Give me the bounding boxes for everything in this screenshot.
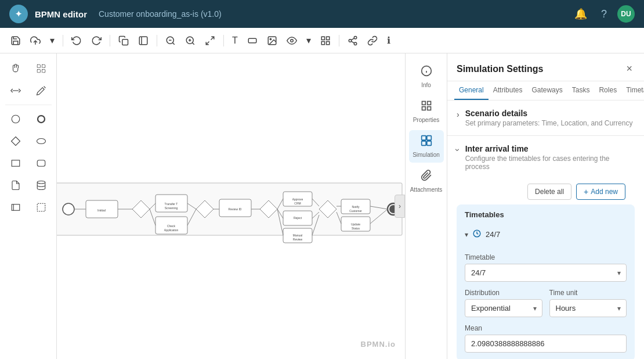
scenario-chevron-right: › bbox=[457, 110, 460, 119]
inter-arrival-section: › Inter arrival time Configure the timet… bbox=[447, 136, 644, 359]
svg-point-21 bbox=[354, 36, 357, 39]
sidebar-item-info[interactable]: Info bbox=[409, 60, 444, 93]
svg-text:Review ID: Review ID bbox=[229, 207, 242, 211]
scenario-subtitle: Set primary parameters: Time, Location, … bbox=[465, 119, 633, 127]
svg-point-44 bbox=[63, 203, 74, 215]
svg-rect-27 bbox=[42, 64, 45, 67]
copy-btn[interactable] bbox=[115, 33, 132, 48]
svg-rect-13 bbox=[248, 38, 256, 43]
svg-rect-29 bbox=[42, 70, 45, 73]
svg-text:Check: Check bbox=[167, 224, 176, 228]
add-new-btn[interactable]: + Add new bbox=[576, 184, 625, 200]
distribution-select[interactable]: Exponential Normal Uniform Fixed bbox=[465, 299, 542, 317]
sidebar-item-simulation[interactable]: Simulation bbox=[409, 130, 444, 163]
undo-btn[interactable] bbox=[68, 33, 85, 48]
tab-attributes[interactable]: Attributes bbox=[489, 81, 527, 100]
tool-diamond[interactable] bbox=[4, 131, 27, 152]
svg-point-38 bbox=[37, 181, 45, 184]
tool-lane[interactable] bbox=[30, 197, 53, 218]
image-btn[interactable] bbox=[263, 33, 281, 48]
panel-close-btn[interactable]: × bbox=[624, 62, 635, 76]
sidebar-item-properties[interactable]: Properties bbox=[409, 95, 444, 128]
canvas-area[interactable]: Initial Transfer T Screening Check Appli… bbox=[57, 53, 405, 359]
app-logo: ✦ bbox=[9, 5, 28, 23]
tab-tasks[interactable]: Tasks bbox=[567, 81, 595, 100]
sidebar-item-attachments[interactable]: Attachments bbox=[409, 165, 444, 198]
grid-btn[interactable] bbox=[317, 33, 334, 48]
timetable-entry-row[interactable]: ▾ 24/7 bbox=[457, 225, 635, 244]
tab-general[interactable]: General bbox=[454, 81, 489, 100]
save-btn[interactable] bbox=[7, 33, 24, 48]
svg-rect-102 bbox=[426, 141, 431, 146]
inter-arrival-header[interactable]: › Inter arrival time Configure the timet… bbox=[447, 136, 644, 179]
upload-dropdown-btn[interactable]: ▾ bbox=[46, 33, 58, 48]
svg-rect-36 bbox=[12, 160, 20, 167]
tool-thick-circle[interactable] bbox=[30, 109, 53, 130]
upload-btn[interactable] bbox=[27, 33, 44, 48]
link-btn[interactable] bbox=[364, 33, 381, 48]
tab-roles[interactable]: Roles bbox=[594, 81, 621, 100]
distribution-select-wrapper: Exponential Normal Uniform Fixed bbox=[465, 299, 542, 317]
tool-hand[interactable] bbox=[4, 58, 27, 79]
side-nav: Info Properties Simulation Attachments bbox=[405, 53, 447, 359]
scenario-title: Scenario details bbox=[465, 109, 633, 118]
inter-arrival-body: Delete all + Add new Timetables ▾ bbox=[447, 179, 644, 359]
svg-rect-37 bbox=[37, 160, 45, 167]
tool-circle[interactable] bbox=[4, 109, 27, 130]
fit-btn[interactable] bbox=[201, 33, 219, 48]
time-unit-select[interactable]: Hours Minutes Days Seconds bbox=[549, 299, 627, 317]
attachments-icon bbox=[421, 170, 432, 184]
tool-db[interactable] bbox=[30, 175, 53, 196]
zoom-out-btn[interactable] bbox=[162, 33, 179, 48]
inter-arrival-subtitle: Configure the timetables for cases enter… bbox=[465, 155, 635, 171]
redo-btn[interactable] bbox=[88, 33, 105, 48]
tool-select[interactable] bbox=[30, 58, 53, 79]
mean-field-group: Mean bbox=[465, 324, 627, 353]
time-unit-label: Time unit bbox=[549, 289, 627, 297]
panel-tabs: General Attributes Gateways Tasks Roles … bbox=[447, 81, 644, 100]
svg-text:Screening: Screening bbox=[165, 206, 178, 210]
top-nav: ✦ BPMN editor Customer onboarding_as-is … bbox=[0, 0, 644, 28]
bell-icon-btn[interactable]: 🔔 bbox=[571, 5, 591, 23]
info-btn[interactable]: ℹ bbox=[383, 33, 394, 48]
tab-timetables[interactable]: Timetables bbox=[621, 81, 644, 100]
tool-pen[interactable] bbox=[30, 80, 53, 101]
tab-gateways[interactable]: Gateways bbox=[527, 81, 567, 100]
view-dropdown-btn[interactable]: ▾ bbox=[303, 33, 314, 48]
delete-all-btn[interactable]: Delete all bbox=[527, 184, 571, 200]
svg-rect-96 bbox=[422, 102, 425, 105]
timetable-select[interactable]: 24/7 bbox=[465, 264, 627, 282]
svg-point-32 bbox=[12, 115, 20, 123]
scenario-details-header[interactable]: › Scenario details Set primary parameter… bbox=[447, 100, 644, 135]
distribution-col: Distribution Exponential Normal Uniform … bbox=[465, 289, 542, 317]
svg-rect-20 bbox=[321, 41, 324, 44]
svg-point-15 bbox=[270, 38, 271, 40]
svg-line-5 bbox=[172, 42, 174, 44]
sidebar-label-simulation: Simulation bbox=[413, 152, 440, 158]
tool-rect[interactable] bbox=[4, 153, 27, 174]
main-toolbar: ▾ T ▾ ℹ bbox=[0, 28, 644, 53]
timetable-label: Timetable bbox=[465, 253, 627, 261]
rect-btn[interactable] bbox=[244, 33, 261, 48]
canvas-expand-btn[interactable]: › bbox=[395, 195, 405, 218]
share-btn[interactable] bbox=[344, 33, 361, 48]
paste-btn[interactable] bbox=[135, 33, 152, 48]
svg-text:Update: Update bbox=[351, 222, 360, 226]
mean-label: Mean bbox=[465, 324, 627, 332]
tool-rounded-rect[interactable] bbox=[30, 153, 53, 174]
view-btn[interactable] bbox=[283, 33, 301, 48]
tool-ellipse[interactable] bbox=[30, 131, 53, 152]
help-icon-btn[interactable]: ? bbox=[598, 6, 610, 23]
mean-input[interactable] bbox=[465, 335, 627, 353]
tool-doc[interactable] bbox=[4, 175, 27, 196]
svg-rect-103 bbox=[421, 141, 426, 146]
svg-rect-101 bbox=[426, 136, 431, 141]
tool-connect[interactable] bbox=[4, 80, 27, 101]
zoom-in-btn[interactable] bbox=[182, 33, 199, 48]
svg-rect-99 bbox=[422, 107, 425, 110]
tool-pool[interactable] bbox=[4, 197, 27, 218]
inter-arrival-title: Inter arrival time bbox=[465, 144, 635, 153]
text-btn[interactable]: T bbox=[229, 33, 241, 48]
svg-text:Customer: Customer bbox=[349, 209, 362, 213]
svg-line-11 bbox=[211, 37, 214, 40]
